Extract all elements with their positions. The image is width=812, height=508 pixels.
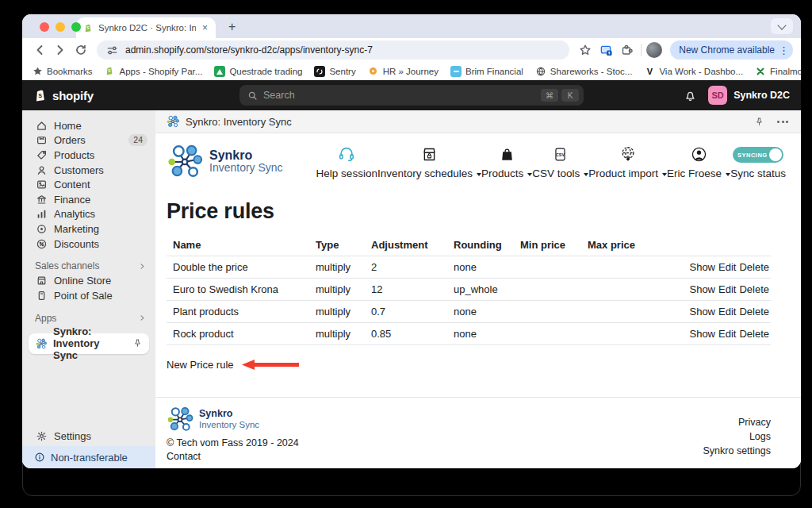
sidebar-item-finance[interactable]: Finance xyxy=(22,192,155,207)
more-icon[interactable] xyxy=(777,121,788,123)
col-name: Name xyxy=(167,239,309,251)
synkro-settings-link[interactable]: Synkro settings xyxy=(703,444,771,458)
globe-import-icon xyxy=(619,145,637,163)
sidebar-item-content[interactable]: Content xyxy=(22,177,155,192)
shopify-logo[interactable]: S shopify xyxy=(33,88,94,103)
sync-toggle[interactable]: SYNCING xyxy=(733,147,783,163)
storefront-icon xyxy=(35,275,48,287)
show-link[interactable]: Show xyxy=(689,306,715,318)
tab-search-button[interactable] xyxy=(771,18,793,34)
bookmark-item[interactable]: Questrade trading xyxy=(214,66,302,77)
edit-link[interactable]: Edit xyxy=(718,261,736,273)
show-link[interactable]: Show xyxy=(689,328,715,340)
svg-text:S: S xyxy=(38,92,42,98)
bookmark-item[interactable]: Sentry xyxy=(314,66,355,77)
bookmark-label: Via Work - Dashbo... xyxy=(659,67,743,76)
bookmark-item[interactable]: HR » Journey xyxy=(368,66,439,77)
apps-header[interactable]: Apps xyxy=(22,311,155,325)
bookmark-item[interactable]: Bookmarks xyxy=(32,66,93,77)
close-window-button[interactable] xyxy=(40,22,49,32)
shopify-favicon: S xyxy=(82,22,94,33)
sidebar-item-products[interactable]: Products xyxy=(22,148,155,163)
bookmark-label: Sentry xyxy=(329,67,355,76)
bookmark-star-icon[interactable] xyxy=(576,40,595,60)
sidebar-item-online-store[interactable]: Online Store xyxy=(22,273,155,288)
col-max-price: Max price xyxy=(581,239,649,251)
sidebar-label: Marketing xyxy=(54,223,99,235)
sidebar-item-synkro-app[interactable]: Synkro: Inventory Sync xyxy=(29,333,149,354)
admin-sidebar: Home Orders 24 Products Customers Conten… xyxy=(22,110,155,468)
nav-product-import[interactable]: Product import xyxy=(588,145,667,179)
back-button[interactable] xyxy=(30,40,49,60)
chrome-update-button[interactable]: New Chrome available ⋮ xyxy=(670,40,793,60)
logs-link[interactable]: Logs xyxy=(703,429,771,444)
sidebar-item-point-of-sale[interactable]: Point of Sale xyxy=(22,288,155,303)
edit-link[interactable]: Edit xyxy=(718,306,736,318)
sidebar-item-discounts[interactable]: Discounts xyxy=(22,237,155,252)
bookmark-item[interactable]: S Apps - Shopify Par... xyxy=(105,66,203,77)
address-bar[interactable]: admin.shopify.com/store/synkro-d2c/apps/… xyxy=(97,40,569,60)
sidebar-item-settings[interactable]: Settings xyxy=(22,425,155,446)
nav-inventory-schedules[interactable]: Inventory schedules xyxy=(377,145,481,179)
nav-user-menu[interactable]: Eric Froese xyxy=(667,145,730,179)
star-icon xyxy=(32,66,43,77)
nav-label: Inventory schedules xyxy=(377,167,473,179)
sidebar-label: Content xyxy=(54,179,90,190)
new-price-rule-link[interactable]: New Price rule xyxy=(167,359,234,371)
admin-search-input[interactable]: Search ⌘ K xyxy=(239,85,584,106)
bookmark-label: Questrade trading xyxy=(229,67,302,76)
edit-link[interactable]: Edit xyxy=(718,283,736,295)
banner-label: Non-transferable xyxy=(51,452,128,464)
notifications-bell-icon[interactable] xyxy=(684,89,697,102)
new-tab-button[interactable]: + xyxy=(224,19,240,35)
edit-link[interactable]: Edit xyxy=(718,328,736,340)
nav-help-session[interactable]: Help session xyxy=(316,145,377,179)
minimize-window-button[interactable] xyxy=(56,22,65,32)
pin-icon[interactable] xyxy=(754,117,764,127)
app-footer: Synkro Inventory Sync © Tech vom Fass 20… xyxy=(155,397,801,468)
sidebar-item-customers[interactable]: Customers xyxy=(22,163,155,178)
bookmark-item[interactable]: Finalmouse Starlig... xyxy=(755,66,801,77)
nav-label: Products xyxy=(481,167,523,179)
rule-type: multiply xyxy=(309,261,365,273)
sidebar-label: Finance xyxy=(54,194,90,206)
sidebar-item-analytics[interactable]: Analytics xyxy=(22,207,155,222)
brand-subtitle: Inventory Sync xyxy=(199,420,259,430)
browser-tab[interactable]: S Synkro D2C · Synkro: Invento × xyxy=(76,17,216,38)
nav-products[interactable]: Products xyxy=(481,145,532,179)
site-settings-icon[interactable] xyxy=(106,44,118,56)
contact-link[interactable]: Contact xyxy=(167,451,299,462)
nav-csv-tools[interactable]: CSV CSV tools xyxy=(532,145,588,179)
show-link[interactable]: Show xyxy=(689,261,715,273)
search-icon xyxy=(247,90,258,101)
sidebar-item-marketing[interactable]: Marketing xyxy=(22,221,155,237)
zoom-window-button[interactable] xyxy=(71,22,81,32)
store-menu-button[interactable]: SD Synkro D2C xyxy=(708,86,790,105)
chrome-profile-avatar[interactable] xyxy=(646,42,662,58)
bookmark-item[interactable]: Shareworks - Stoc... xyxy=(535,66,633,77)
privacy-link[interactable]: Privacy xyxy=(703,415,771,429)
show-link[interactable]: Show xyxy=(689,283,715,295)
sales-channels-header[interactable]: Sales channels xyxy=(22,259,155,273)
bookmark-item[interactable]: V Via Work - Dashbo... xyxy=(644,66,743,77)
delete-link[interactable]: Delete xyxy=(739,261,769,273)
orders-icon xyxy=(35,134,48,147)
bookmark-item[interactable]: Brim Financial xyxy=(450,66,523,77)
forward-button[interactable] xyxy=(51,40,70,60)
reload-button[interactable] xyxy=(71,40,90,60)
sidebar-item-orders[interactable]: Orders 24 xyxy=(22,133,155,148)
extensions-icon[interactable] xyxy=(617,40,636,60)
rule-rounding: none xyxy=(447,261,514,273)
sidebar-label: Customers xyxy=(54,164,104,176)
tab-close-icon[interactable]: × xyxy=(201,23,209,33)
browser-menu-icon[interactable]: ⋮ xyxy=(779,44,789,56)
chevron-down-icon xyxy=(777,21,786,29)
pin-icon[interactable] xyxy=(132,338,143,348)
sidebar-item-home[interactable]: Home xyxy=(22,118,155,133)
browser-window: S Synkro D2C · Synkro: Invento × + admin… xyxy=(22,14,801,468)
delete-link[interactable]: Delete xyxy=(739,328,769,340)
nav-label: Eric Froese xyxy=(667,167,722,179)
delete-link[interactable]: Delete xyxy=(739,283,769,295)
password-manager-icon[interactable] xyxy=(596,40,615,60)
delete-link[interactable]: Delete xyxy=(739,306,769,318)
